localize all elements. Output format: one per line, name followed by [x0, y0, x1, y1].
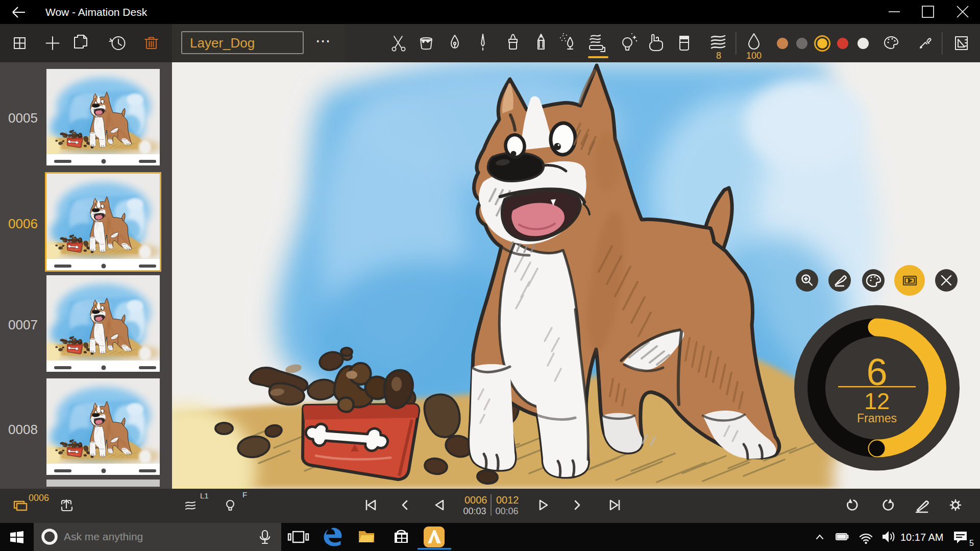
svg-text:100: 100 [746, 51, 762, 61]
svg-text:Frames: Frames [857, 412, 897, 425]
svg-text:5: 5 [969, 539, 974, 547]
svg-text:12: 12 [864, 388, 890, 414]
svg-text:8: 8 [716, 51, 721, 61]
